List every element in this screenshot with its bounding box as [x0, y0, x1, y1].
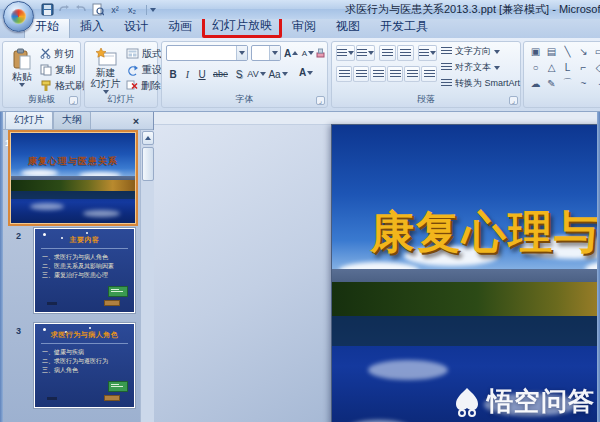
shape-icon[interactable]: ↘ — [576, 44, 591, 58]
panel-tab-outline[interactable]: 大纲 — [53, 110, 91, 129]
tab-design[interactable]: 设计 — [114, 16, 158, 38]
paste-dropdown-icon — [19, 83, 25, 87]
tab-animations[interactable]: 动画 — [158, 16, 202, 38]
shape-icon[interactable]: ◇ — [592, 60, 600, 74]
tab-insert[interactable]: 插入 — [70, 16, 114, 38]
strikethrough-button[interactable]: abe — [210, 66, 231, 82]
group-label-paragraph: 段落 — [332, 93, 520, 106]
font-size-combo[interactable] — [251, 45, 281, 61]
shape-icon[interactable]: ⌒ — [560, 76, 575, 90]
scroll-up-icon[interactable] — [142, 131, 154, 145]
align-center-icon — [356, 70, 367, 79]
shape-icon[interactable]: L — [560, 60, 575, 74]
align-center-button[interactable] — [353, 66, 369, 82]
shape-icon[interactable]: ☁ — [528, 76, 543, 90]
justify-button[interactable] — [387, 66, 403, 82]
text-shadow-button[interactable]: S — [232, 66, 246, 82]
text-direction-button[interactable]: 文字方向 — [441, 44, 500, 59]
delete-button[interactable]: 删除 — [126, 78, 161, 93]
shape-icon[interactable]: ▤ — [544, 44, 559, 58]
format-painter-button[interactable]: 格式刷 — [40, 78, 85, 93]
font-size-dropdown-icon[interactable] — [269, 46, 280, 60]
change-case-dropdown-icon — [282, 72, 288, 76]
font-name-combo[interactable] — [166, 45, 248, 61]
new-slide-icon — [95, 48, 117, 66]
slide-thumbnail-1[interactable]: 康复心理与医患关系 — [8, 130, 138, 226]
smartart-icon — [441, 79, 452, 88]
shrink-font-button[interactable]: A — [300, 45, 316, 61]
save-icon[interactable] — [40, 3, 54, 17]
shape-icon[interactable]: △ — [544, 60, 559, 74]
numbering-button[interactable] — [356, 45, 375, 61]
bullets-button[interactable] — [336, 45, 355, 61]
layout-icon — [126, 48, 139, 59]
line-spacing-button[interactable] — [418, 45, 437, 61]
print-preview-icon[interactable] — [91, 3, 105, 17]
tab-view[interactable]: 视图 — [326, 16, 370, 38]
change-case-button[interactable]: Aa — [267, 66, 289, 82]
scrollbar-thumb[interactable] — [142, 147, 154, 181]
reset-button[interactable]: 重设 — [126, 62, 162, 77]
shape-icon[interactable]: ▭ — [592, 44, 600, 58]
ribbon: 粘贴 剪切 复制 格式刷 剪贴板 ⌟ 新建 幻灯片 版式 — [0, 38, 600, 112]
font-color-button[interactable]: A — [295, 66, 317, 82]
italic-button[interactable]: I — [181, 66, 194, 82]
character-spacing-dropdown-icon — [260, 72, 266, 76]
grow-font-button[interactable]: A — [283, 45, 299, 61]
subscript-icon[interactable]: x₂ — [125, 3, 139, 17]
bold-button[interactable]: B — [166, 66, 180, 82]
copy-button[interactable]: 复制 — [40, 62, 75, 77]
slide-thumbnail-2[interactable]: 主要内容 一、求医行为与病人角色 二、医患关系及其影响因素 三、康复治疗与医患心… — [33, 227, 136, 314]
shape-icon[interactable]: ○ — [528, 60, 543, 74]
cloud-reflection — [83, 210, 120, 217]
decrease-indent-icon — [382, 49, 393, 58]
thumb2-items: 一、求医行为与病人角色 二、医患关系及其影响因素 三、康复治疗与医患心理 — [42, 253, 114, 280]
main-slide-title[interactable]: 康复心理与医患关系 — [370, 203, 597, 262]
chalkboard-clipart — [104, 286, 128, 306]
main-slide-canvas[interactable]: 康复心理与医患关系 — [332, 125, 597, 422]
shape-icon[interactable]: ╲ — [560, 44, 575, 58]
clear-formatting-button[interactable] — [315, 45, 326, 61]
font-dialog-launcher[interactable]: ⌟ — [316, 96, 325, 105]
slide-thumbnail-3[interactable]: 求医行为与病人角色 一、健康与疾病 二、求医行为与遵医行为 三、病人角色 — [33, 322, 136, 409]
shape-icon[interactable]: ✎ — [544, 76, 559, 90]
cut-icon — [40, 48, 51, 59]
list-item: 二、求医行为与遵医行为 — [42, 357, 108, 366]
font-color-dropdown-icon — [307, 71, 313, 75]
tab-review[interactable]: 审阅 — [282, 16, 326, 38]
shape-icon[interactable]: ∙ — [592, 76, 600, 90]
clipboard-dialog-launcher[interactable]: ⌟ — [69, 96, 78, 105]
qat-dropdown-icon[interactable] — [150, 8, 156, 12]
wukong-logo-icon — [452, 386, 482, 418]
distribute-button[interactable] — [404, 66, 420, 82]
cut-button[interactable]: 剪切 — [40, 46, 74, 61]
group-drawing: ▣ ▤ ╲ ↘ ▭ ○ △ L ⌐ ◇ ☁ ✎ ⌒ ~ ∙ — [523, 41, 600, 108]
panel-scrollbar[interactable] — [140, 130, 154, 422]
underline-button[interactable]: U — [195, 66, 209, 82]
font-name-dropdown-icon[interactable] — [236, 46, 247, 60]
office-logo-icon — [11, 9, 26, 24]
panel-close-icon[interactable]: × — [129, 114, 143, 128]
align-text-button[interactable]: 对齐文本 — [441, 60, 500, 75]
columns-button[interactable] — [421, 66, 437, 82]
paste-icon — [12, 48, 32, 70]
paragraph-dialog-launcher[interactable]: ⌟ — [509, 96, 518, 105]
decrease-indent-button[interactable] — [379, 45, 396, 61]
panel-tab-slides[interactable]: 幻灯片 — [5, 110, 53, 129]
character-spacing-button[interactable]: AV — [247, 66, 266, 82]
redo-icon[interactable] — [74, 3, 88, 17]
align-left-button[interactable] — [336, 66, 352, 82]
increase-indent-button[interactable] — [397, 45, 414, 61]
tab-developer[interactable]: 开发工具 — [370, 16, 438, 38]
convert-smartart-button[interactable]: 转换为 SmartArt — [441, 76, 529, 91]
align-right-button[interactable] — [370, 66, 386, 82]
shape-icon[interactable]: ~ — [576, 76, 591, 90]
office-button[interactable] — [3, 1, 34, 32]
undo-icon[interactable] — [57, 3, 71, 17]
superscript-icon[interactable]: x² — [108, 3, 122, 17]
slide3-content: 求医行为与病人角色 一、健康与疾病 二、求医行为与遵医行为 三、病人角色 — [35, 324, 134, 407]
main-slide-photo: 康复心理与医患关系 — [332, 125, 597, 422]
shape-icon[interactable]: ⌐ — [576, 60, 591, 74]
align-left-icon — [339, 70, 350, 79]
shape-icon[interactable]: ▣ — [528, 44, 543, 58]
